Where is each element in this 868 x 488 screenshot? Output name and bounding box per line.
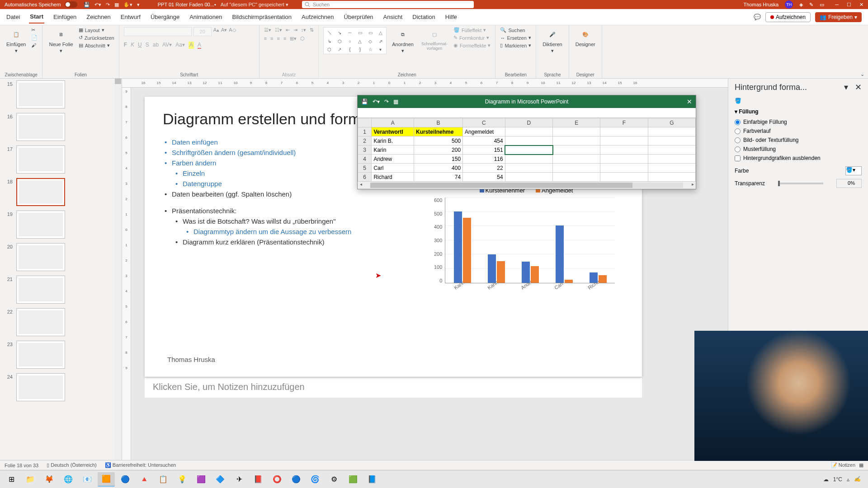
- tab-hilfe[interactable]: Hilfe: [444, 11, 458, 23]
- thumb-22[interactable]: 22: [4, 308, 118, 336]
- smartart-button[interactable]: ⬡: [300, 36, 305, 42]
- app6-icon[interactable]: ⭕: [269, 472, 286, 487]
- thumb-23[interactable]: 23: [4, 341, 118, 369]
- comments-icon[interactable]: 💬: [754, 14, 761, 20]
- quick-styles-button[interactable]: ▢Schnellformat-vorlagen: [419, 27, 450, 52]
- dictate-button[interactable]: 🎤Diktieren▾: [541, 27, 564, 55]
- font-family-input[interactable]: [124, 27, 192, 36]
- explorer-icon[interactable]: 📁: [22, 472, 39, 487]
- format-tab-icon[interactable]: 🪣: [735, 98, 862, 104]
- ds-scroll-h[interactable]: ◂▸: [358, 182, 696, 189]
- align-right-button[interactable]: ≡: [277, 36, 280, 42]
- indent-inc-button[interactable]: ⇥: [293, 27, 297, 33]
- bold-button[interactable]: F: [124, 42, 127, 49]
- pen-icon[interactable]: ✎: [809, 2, 813, 8]
- format-close-icon[interactable]: ✕: [855, 83, 862, 92]
- outlook-icon[interactable]: 📧: [79, 472, 96, 487]
- line-spacing-button[interactable]: ↕▾: [301, 27, 307, 33]
- close-icon[interactable]: ✕: [859, 2, 863, 8]
- app8-icon[interactable]: 🌀: [307, 472, 324, 487]
- save-icon[interactable]: 💾: [84, 2, 90, 8]
- tab-animationen[interactable]: Animationen: [189, 11, 223, 23]
- firefox-icon[interactable]: 🦊: [41, 472, 58, 487]
- numbering-button[interactable]: ☷▾: [275, 27, 282, 33]
- app9-icon[interactable]: 📘: [363, 472, 381, 487]
- qat-more-icon[interactable]: ▾: [137, 2, 140, 8]
- redo-icon[interactable]: ↷: [106, 2, 110, 8]
- tab-start[interactable]: Start: [29, 10, 44, 23]
- slide-counter[interactable]: Folie 18 von 33: [5, 463, 38, 468]
- settings-icon[interactable]: ⚙: [326, 472, 343, 487]
- chart-datasheet[interactable]: 💾 ↶▾ ↷ ▦ Diagramm in Microsoft PowerPoin…: [357, 95, 696, 189]
- share-button[interactable]: 👥 Freigeben ▾: [815, 12, 862, 22]
- thumb-21[interactable]: 21: [4, 276, 118, 304]
- accessibility[interactable]: ♿ Barrierefreiheit: Untersuchen: [105, 462, 176, 468]
- app-icon[interactable]: 🔵: [117, 472, 134, 487]
- align-center-button[interactable]: ≡: [270, 36, 273, 42]
- maximize-icon[interactable]: ☐: [847, 2, 851, 8]
- columns-button[interactable]: ⊞▾: [290, 36, 297, 42]
- doc-dropdown-icon[interactable]: •: [214, 2, 216, 7]
- formula-bar[interactable]: [358, 108, 696, 118]
- align-left-button[interactable]: ≡: [264, 36, 267, 42]
- autosave[interactable]: Automatisches Speichern: [5, 1, 77, 8]
- new-slide-button[interactable]: 🗎Neue Folie▾: [47, 27, 75, 55]
- layout-button[interactable]: ▦ Layout ▾: [79, 27, 114, 33]
- onenote-icon[interactable]: 🟪: [193, 472, 210, 487]
- tab-ansicht[interactable]: Ansicht: [382, 11, 404, 23]
- tab-praesentation[interactable]: Bildschirmpräsentation: [231, 11, 292, 23]
- italic-button[interactable]: K: [131, 42, 134, 49]
- start-button[interactable]: ⊞: [3, 472, 20, 487]
- collapse-ribbon-icon[interactable]: ⌄: [860, 71, 864, 77]
- fill-solid[interactable]: Einfarbige Füllung: [735, 117, 862, 127]
- data-grid[interactable]: ABCDEFG 1VerantwortlKursteilnehmeAngemel…: [358, 118, 696, 182]
- select-button[interactable]: ▯ Markieren ▾: [500, 42, 531, 48]
- thumb-18[interactable]: 18: [4, 178, 118, 206]
- undo-icon[interactable]: ↶▾: [94, 2, 101, 8]
- ds-grid-icon[interactable]: ▦: [393, 99, 398, 105]
- thumb-17[interactable]: 17: [4, 145, 118, 174]
- fill-pattern[interactable]: Musterfüllung: [735, 145, 862, 154]
- transp-value[interactable]: 0%: [836, 179, 862, 188]
- format-painter-button[interactable]: 🖌: [31, 42, 38, 48]
- underline-button[interactable]: U: [138, 42, 142, 49]
- shrink-font-icon[interactable]: A▾: [221, 27, 227, 36]
- saved-status[interactable]: Auf "diesem PC" gespeichert ▾: [221, 2, 288, 8]
- app2-icon[interactable]: 📋: [155, 472, 172, 487]
- format-dropdown-icon[interactable]: ▾: [844, 83, 848, 92]
- highlight-button[interactable]: A: [189, 42, 194, 49]
- chart[interactable]: KursteilnehmerAngemeldet 010020030040050…: [434, 187, 615, 318]
- app7-icon[interactable]: 🔵: [288, 472, 305, 487]
- document-name[interactable]: PPT 01 Roter Faden 00...: [158, 2, 214, 7]
- thumb-15[interactable]: 15: [4, 80, 118, 108]
- grow-font-icon[interactable]: A▴: [213, 27, 219, 36]
- view-normal-icon[interactable]: ▦: [859, 462, 863, 468]
- tray-more-icon[interactable]: ▵: [847, 476, 849, 483]
- fill-gradient[interactable]: Farbverlauf: [735, 127, 862, 136]
- thumb-20[interactable]: 20: [4, 243, 118, 271]
- shapes-gallery[interactable]: ＼↘─▭▭△ ↳⬡○△◇⇗ ⬡↗{}☆▾: [323, 27, 387, 54]
- ds-save-icon[interactable]: 💾: [361, 99, 368, 105]
- chrome-icon[interactable]: 🌐: [60, 472, 77, 487]
- avatar[interactable]: TH: [785, 0, 793, 9]
- user-name[interactable]: Thomas Hruska: [744, 2, 779, 7]
- thumb-16[interactable]: 16: [4, 113, 118, 141]
- tab-zeichnen[interactable]: Zeichnen: [85, 11, 111, 23]
- shadow-button[interactable]: ab: [153, 42, 159, 49]
- paste-button[interactable]: 📋Einfügen▾: [5, 27, 28, 55]
- copy-button[interactable]: 📄: [31, 35, 38, 41]
- bullets-button[interactable]: ☰▾: [264, 27, 271, 33]
- replace-button[interactable]: ↔ Ersetzen ▾: [500, 35, 531, 41]
- app3-icon[interactable]: 💡: [174, 472, 191, 487]
- excel-icon[interactable]: 🟩: [344, 472, 362, 487]
- arrange-button[interactable]: ⧉Anordnen▾: [390, 27, 415, 55]
- find-button[interactable]: 🔍 Suchen: [500, 27, 531, 33]
- font-size-input[interactable]: [193, 27, 212, 36]
- shape-effects-button[interactable]: ◉ Formeffekte ▾: [453, 42, 491, 48]
- tab-aufzeichnen[interactable]: Aufzeichnen: [301, 11, 335, 23]
- cut-button[interactable]: ✂: [31, 27, 38, 33]
- tab-datei[interactable]: Datei: [5, 11, 21, 23]
- autosave-toggle[interactable]: [65, 1, 77, 8]
- reset-button[interactable]: ↺ Zurücksetzen: [79, 35, 114, 41]
- tab-uebergaenge[interactable]: Übergänge: [150, 11, 180, 23]
